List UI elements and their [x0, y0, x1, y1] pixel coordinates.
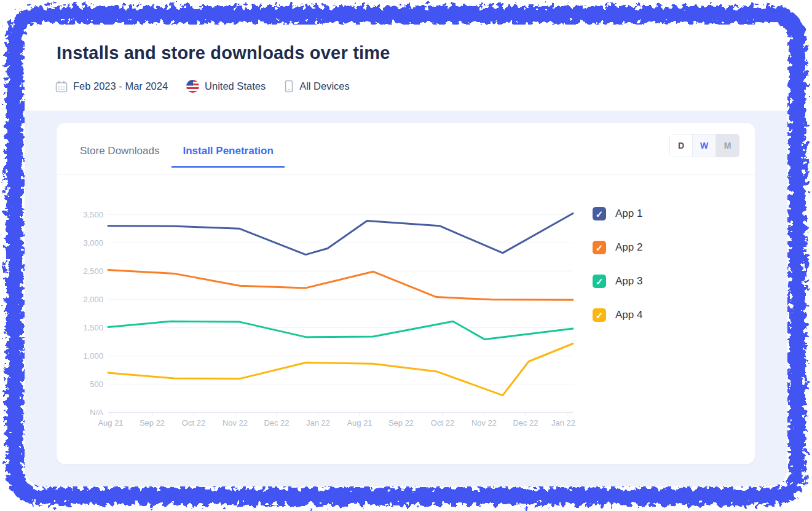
country-label: United States	[205, 80, 266, 92]
x-axis-label: Sep 22	[140, 418, 165, 427]
legend-label: App 4	[615, 309, 642, 321]
tabs-divider	[57, 174, 755, 174]
series-line-app-2	[108, 270, 573, 300]
x-axis-label: Oct 22	[431, 418, 454, 427]
y-axis-label: 3,000	[83, 238, 103, 248]
x-axis-label: Jan 22	[551, 418, 575, 427]
devices: All Devices	[284, 80, 350, 93]
y-axis-label: 2,500	[83, 267, 103, 276]
x-axis-label: Nov 22	[471, 418, 497, 427]
page-title: Installs and store downloads over time	[57, 43, 390, 63]
device-icon	[284, 80, 294, 93]
x-axis-label: Nov 22	[223, 418, 248, 427]
calendar-icon	[55, 80, 68, 93]
y-axis-label: 1,500	[83, 323, 103, 332]
series-line-app-4	[108, 344, 573, 396]
date-range: Feb 2023 - Mar 2024	[55, 80, 168, 93]
main-card: Installs and store downloads over time F…	[25, 25, 787, 486]
x-axis-label: Sep 22	[388, 418, 414, 427]
y-axis-label: N/A	[90, 408, 103, 417]
tab-bar: Store Downloads Install Penetration	[69, 145, 285, 168]
legend-item-app-3[interactable]: ✓App 3	[593, 275, 642, 288]
us-flag-icon	[186, 80, 199, 93]
country: United States	[186, 80, 266, 93]
y-axis-label: 3,500	[83, 210, 103, 219]
x-axis-label: Aug 21	[98, 418, 123, 427]
x-axis-label: Oct 22	[182, 418, 205, 427]
x-axis-label: Jan 22	[306, 418, 330, 427]
legend-checkbox[interactable]: ✓	[593, 207, 606, 220]
legend-checkbox[interactable]: ✓	[593, 275, 606, 288]
chart-card: Store Downloads Install Penetration D W …	[57, 123, 755, 464]
y-axis-label: 1,000	[83, 351, 103, 361]
legend-checkbox[interactable]: ✓	[593, 308, 606, 322]
granularity-week-button[interactable]: W	[693, 134, 716, 157]
report-meta: Feb 2023 - Mar 2024 United States	[55, 80, 350, 93]
devices-label: All Devices	[299, 80, 350, 92]
legend-item-app-4[interactable]: ✓App 4	[593, 308, 642, 322]
granularity-month-button[interactable]: M	[716, 134, 739, 157]
legend-item-app-1[interactable]: ✓App 1	[593, 207, 642, 220]
x-axis-label: Aug 21	[347, 418, 372, 427]
granularity-day-button[interactable]: D	[669, 134, 693, 157]
chart-legend: ✓App 1✓App 2✓App 3✓App 4	[593, 207, 642, 342]
legend-label: App 2	[615, 241, 642, 254]
report-header: Installs and store downloads over time F…	[25, 25, 787, 111]
x-axis-label: Dec 22	[513, 418, 538, 427]
legend-label: App 3	[615, 275, 642, 287]
legend-checkbox[interactable]: ✓	[593, 241, 606, 254]
tab-install-penetration[interactable]: Install Penetration	[171, 145, 284, 168]
series-line-app-1	[108, 214, 573, 255]
y-axis-label: 500	[90, 380, 103, 389]
date-range-label: Feb 2023 - Mar 2024	[73, 80, 168, 92]
series-line-app-3	[108, 321, 573, 339]
x-axis-label: Dec 22	[264, 418, 289, 427]
legend-label: App 1	[615, 208, 642, 220]
y-axis-label: 2,000	[83, 295, 103, 304]
line-chart: 3,5003,0002,5002,0001,5001,000500N/AAug …	[75, 200, 585, 439]
granularity-toggle: D W M	[669, 134, 739, 157]
tab-store-downloads[interactable]: Store Downloads	[69, 145, 170, 168]
legend-item-app-2[interactable]: ✓App 2	[593, 241, 642, 254]
